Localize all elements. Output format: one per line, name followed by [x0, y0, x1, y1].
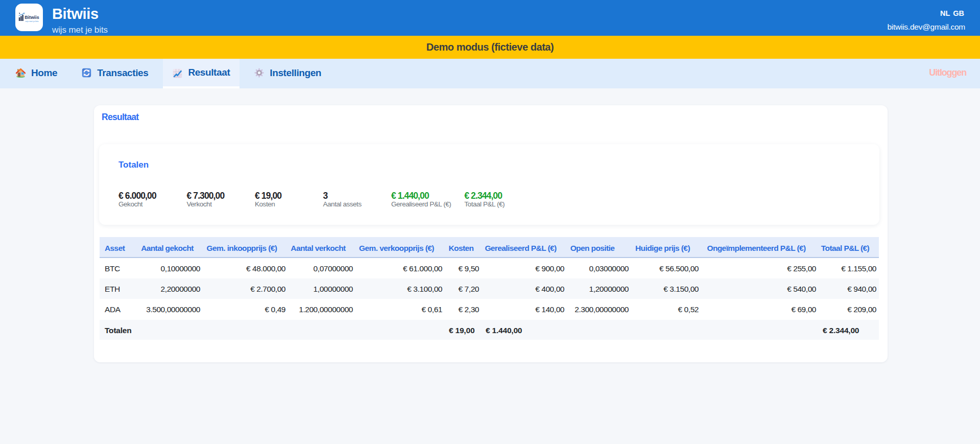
svg-text:Bitwiis: Bitwiis — [25, 14, 39, 20]
svg-text:wijs met je bits: wijs met je bits — [25, 20, 38, 22]
